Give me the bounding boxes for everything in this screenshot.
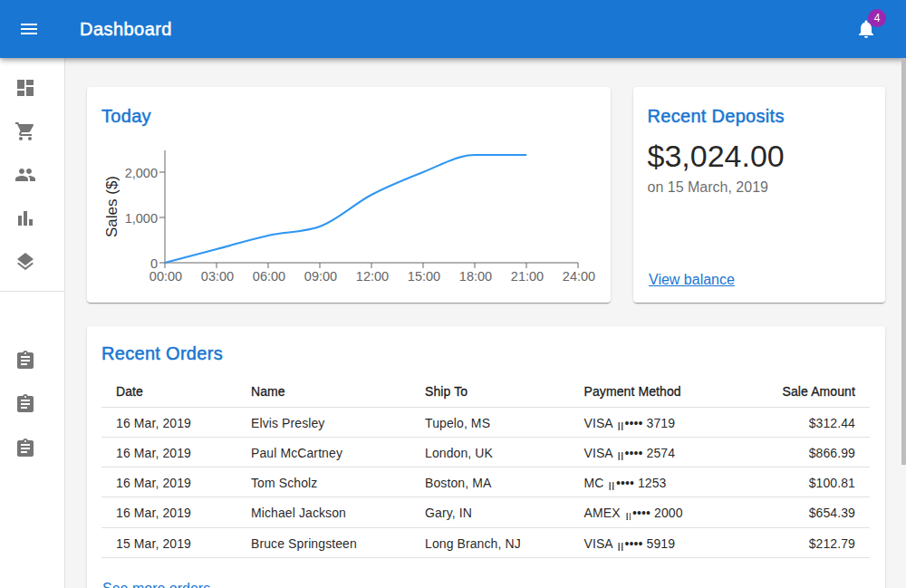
svg-text:09:00: 09:00: [304, 269, 337, 284]
svg-text:15:00: 15:00: [408, 269, 440, 284]
svg-text:2,000: 2,000: [125, 166, 158, 180]
svg-text:06:00: 06:00: [253, 269, 285, 284]
svg-text:Sales ($): Sales ($): [103, 176, 120, 237]
svg-text:18:00: 18:00: [459, 269, 492, 284]
svg-text:24:00: 24:00: [563, 269, 595, 284]
svg-text:21:00: 21:00: [511, 269, 544, 284]
svg-text:00:00: 00:00: [149, 269, 182, 284]
svg-text:1,000: 1,000: [125, 211, 158, 226]
svg-text:12:00: 12:00: [356, 269, 389, 284]
svg-text:03:00: 03:00: [201, 269, 234, 284]
